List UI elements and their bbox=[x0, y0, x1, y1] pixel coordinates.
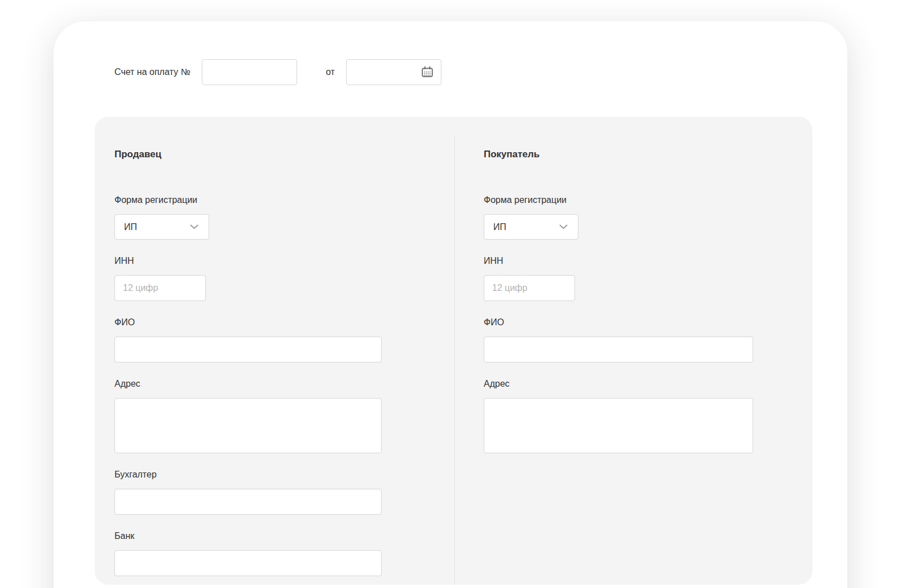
buyer-registration-label: Форма регистрации bbox=[484, 194, 753, 206]
invoice-number-label: Счет на оплату № bbox=[114, 59, 191, 85]
buyer-registration-group: Форма регистрации ИП bbox=[484, 194, 753, 240]
seller-fio-input[interactable] bbox=[114, 337, 382, 362]
buyer-inn-group: ИНН bbox=[484, 255, 753, 301]
seller-address-group: Адрес bbox=[114, 378, 382, 453]
invoice-card: Счет на оплату № от bbox=[54, 21, 847, 588]
invoice-date-group bbox=[346, 59, 441, 85]
seller-bank-group: Банк bbox=[114, 530, 382, 576]
buyer-inn-input[interactable] bbox=[484, 275, 575, 301]
seller-accountant-input[interactable] bbox=[114, 489, 382, 515]
page-background: Счет на оплату № от bbox=[0, 0, 902, 588]
buyer-address-textarea[interactable] bbox=[484, 398, 753, 453]
seller-address-textarea[interactable] bbox=[114, 398, 382, 453]
invoice-date-from-label: от bbox=[326, 59, 335, 85]
seller-inn-group: ИНН bbox=[114, 255, 382, 301]
calendar-icon[interactable] bbox=[420, 65, 435, 79]
seller-registration-label: Форма регистрации bbox=[114, 194, 382, 206]
chevron-down-icon bbox=[559, 224, 568, 229]
buyer-registration-select[interactable]: ИП bbox=[484, 214, 578, 240]
seller-fio-group: ФИО bbox=[114, 317, 382, 362]
seller-bank-label: Банк bbox=[114, 530, 382, 542]
buyer-fio-group: ФИО bbox=[484, 317, 753, 362]
seller-fio-label: ФИО bbox=[114, 317, 382, 328]
invoice-number-input[interactable] bbox=[202, 59, 297, 85]
buyer-fio-label: ФИО bbox=[484, 317, 753, 328]
buyer-registration-value: ИП bbox=[493, 222, 506, 232]
seller-section: Продавец Форма регистрации ИП ИНН ФИ bbox=[114, 117, 382, 588]
chevron-down-icon bbox=[190, 224, 198, 229]
buyer-inn-label: ИНН bbox=[484, 255, 753, 267]
seller-accountant-label: Бухгалтер bbox=[114, 469, 382, 480]
seller-registration-value: ИП bbox=[124, 222, 137, 232]
seller-inn-input[interactable] bbox=[114, 275, 206, 301]
seller-registration-select[interactable]: ИП bbox=[114, 214, 209, 240]
seller-registration-group: Форма регистрации ИП bbox=[114, 194, 382, 240]
seller-accountant-group: Бухгалтер bbox=[114, 469, 382, 515]
buyer-address-label: Адрес bbox=[484, 378, 753, 390]
buyer-address-group: Адрес bbox=[484, 378, 753, 453]
seller-bank-input[interactable] bbox=[114, 550, 382, 576]
buyer-title: Покупатель bbox=[484, 148, 753, 161]
buyer-fio-input[interactable] bbox=[484, 337, 753, 362]
buyer-section: Покупатель Форма регистрации ИП ИНН bbox=[484, 117, 753, 469]
column-divider bbox=[454, 135, 455, 585]
parties-panel: Продавец Форма регистрации ИП ИНН ФИ bbox=[95, 117, 812, 585]
seller-address-label: Адрес bbox=[114, 378, 382, 390]
seller-title: Продавец bbox=[114, 148, 382, 161]
seller-inn-label: ИНН bbox=[114, 255, 382, 267]
